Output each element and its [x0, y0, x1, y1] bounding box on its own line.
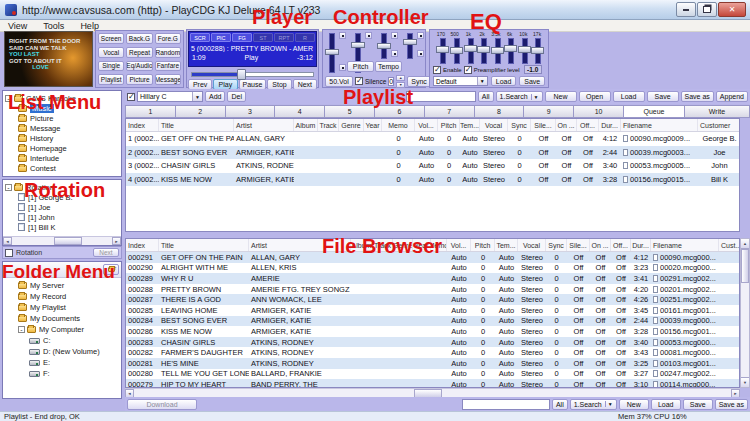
player-button[interactable]: Vocal — [98, 47, 124, 58]
slider-up-button[interactable] — [417, 32, 424, 39]
playlist-file-button[interactable]: Save — [647, 91, 679, 102]
column-header[interactable]: Vocal — [518, 239, 546, 251]
all-button[interactable]: All — [478, 91, 494, 102]
player-button[interactable]: Single — [98, 61, 124, 72]
slider-up-button[interactable] — [339, 32, 346, 39]
minimize-button[interactable] — [676, 2, 696, 17]
eq-slider-thumb[interactable] — [477, 46, 490, 53]
file-browser-row[interactable]: 000279HIP TO MY HEARTBAND PERRY, THE Aut… — [126, 379, 739, 388]
rotation-hscrollbar[interactable]: ◄ ► — [3, 236, 121, 245]
player-button[interactable]: Fore.G — [155, 33, 181, 44]
deck-mode-tab[interactable]: R — [295, 33, 315, 42]
eq-slider[interactable] — [518, 37, 530, 64]
chevron-down-icon[interactable]: ▼ — [605, 401, 613, 407]
playlist-row[interactable]: 4 (0002...KISS ME NOWARMIGER, KATIE 0Aut… — [126, 173, 739, 187]
scroll-thumb[interactable] — [741, 249, 749, 283]
tree-item[interactable]: C: — [5, 335, 121, 346]
file-browser-file-button[interactable]: Save as — [715, 399, 748, 410]
column-header[interactable]: Track — [318, 119, 339, 131]
column-header[interactable]: Index — [126, 239, 159, 251]
menu-item[interactable]: View — [0, 21, 35, 31]
player-button[interactable]: Back.G — [126, 33, 152, 44]
search-input[interactable] — [462, 399, 550, 410]
playlist-tab[interactable]: 4 — [274, 105, 325, 118]
eq-slider-thumb[interactable] — [504, 45, 517, 52]
tree-item[interactable]: My Playlist — [5, 302, 121, 313]
column-header[interactable]: Title — [159, 119, 234, 131]
column-header[interactable]: On ... — [590, 239, 611, 251]
playlist-tab[interactable]: 8 — [474, 105, 525, 118]
eq-slider[interactable] — [504, 37, 516, 64]
eq-slider-thumb[interactable] — [531, 47, 544, 54]
slider-down-button[interactable] — [339, 64, 346, 71]
scroll-up-icon[interactable]: ▲ — [741, 239, 749, 249]
eq-slider[interactable] — [477, 37, 489, 64]
player-button[interactable]: Random — [155, 47, 181, 58]
file-browser-row[interactable]: 000288PRETTY BROWNAMERIE FTG. TREY SONGZ… — [126, 284, 739, 295]
player-button[interactable]: Screen — [98, 33, 124, 44]
column-header[interactable]: Dur... — [631, 239, 651, 251]
playlist-tab[interactable]: 3 — [225, 105, 276, 118]
eq-save-button[interactable]: Save — [519, 76, 545, 86]
eq-preset-select[interactable]: Default ▼ — [433, 76, 488, 86]
playlist-row[interactable]: 3 (0002...CHASIN' GIRLSATKINS, RODNEY 0A… — [126, 159, 739, 173]
singer-dropdown[interactable]: Hillary C ▼ — [137, 91, 203, 102]
tree-item[interactable]: My Record — [5, 291, 121, 302]
expander-icon[interactable] — [18, 326, 25, 333]
column-header[interactable]: Filename — [651, 239, 719, 251]
playlist-tab[interactable]: 1 — [125, 105, 176, 118]
column-header[interactable]: Sync — [508, 119, 531, 131]
column-header[interactable]: Index — [126, 119, 159, 131]
player-button[interactable]: Message — [155, 74, 181, 85]
slider-thumb[interactable] — [377, 43, 391, 49]
tree-item[interactable]: [1] Bill K — [5, 222, 121, 232]
deck-mode-tab[interactable]: FG — [232, 33, 252, 42]
player-button[interactable]: Eq/Audio — [126, 61, 152, 72]
search-mode-select[interactable]: 1.Search ▼ — [496, 91, 543, 102]
playlist-tab[interactable]: 7 — [424, 105, 475, 118]
eq-slider[interactable] — [531, 37, 543, 64]
eq-slider[interactable] — [436, 37, 448, 64]
chevron-down-icon[interactable]: ▼ — [531, 94, 539, 100]
preamp-checkbox[interactable] — [464, 66, 472, 74]
deck-mode-tab[interactable]: PIC — [211, 33, 231, 42]
sync-button[interactable]: Sync — [407, 76, 431, 87]
playlist-file-button[interactable]: Load — [613, 91, 645, 102]
eq-slider[interactable] — [491, 37, 503, 64]
file-browser-row[interactable]: 000284BEST SONG EVERARMIGER, KATIE Auto … — [126, 316, 739, 327]
player-button[interactable]: Fanfare — [155, 61, 181, 72]
playlist-file-button[interactable]: Save as — [681, 91, 714, 102]
column-header[interactable]: Off... — [577, 119, 599, 131]
silence-spinner[interactable]: 0 — [388, 77, 394, 86]
eq-slider-thumb[interactable] — [450, 47, 463, 54]
column-header[interactable]: Cust.. — [719, 239, 740, 251]
eq-enable-checkbox[interactable] — [433, 66, 441, 74]
pitch-button[interactable]: Pitch — [347, 61, 374, 72]
file-browser-row[interactable]: 000280TELL ME YOU GET LONELYBALLARD, FRA… — [126, 369, 739, 380]
tree-item[interactable]: Message — [5, 123, 121, 133]
column-header[interactable]: Title — [159, 239, 249, 251]
player-button[interactable]: Playlist — [98, 74, 124, 85]
file-browser-file-button[interactable]: Save — [683, 399, 713, 410]
tree-item[interactable]: E: — [5, 357, 121, 368]
column-header[interactable]: Vocal — [480, 119, 508, 131]
expander-icon[interactable] — [5, 184, 12, 191]
add-button[interactable]: Add — [205, 91, 225, 102]
column-header[interactable]: Vol... — [447, 239, 471, 251]
scroll-right-icon[interactable]: ► — [112, 237, 121, 245]
slider-down-button[interactable] — [391, 50, 398, 57]
file-browser-row[interactable]: 000283CHASIN' GIRLSATKINS, RODNEY Auto 0… — [126, 337, 739, 348]
tempo-button[interactable]: Tempo — [375, 61, 402, 72]
slider-thumb[interactable] — [403, 39, 417, 45]
file-browser-row[interactable]: 000285LEAVING HOMEARMIGER, KATIE Auto 0A… — [126, 305, 739, 316]
playlist-file-button[interactable]: New — [545, 91, 577, 102]
file-browser-row[interactable]: 000287THERE IS A GODANN WOMACK, LEE Auto… — [126, 294, 739, 305]
slider-down-button[interactable] — [417, 50, 424, 57]
restore-button[interactable] — [697, 2, 717, 17]
eq-load-button[interactable]: Load — [491, 76, 517, 86]
scroll-left-icon[interactable]: ◄ — [3, 237, 12, 245]
column-header[interactable]: Vol... — [415, 119, 438, 131]
column-header[interactable]: Sile... — [531, 119, 556, 131]
singer-checkbox[interactable] — [127, 93, 135, 101]
column-header[interactable]: On ... — [556, 119, 577, 131]
